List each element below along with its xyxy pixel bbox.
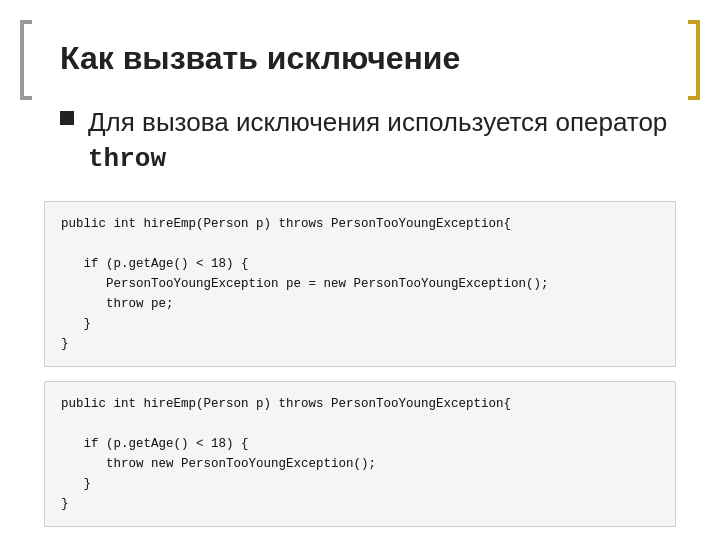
bullet-text-part1: Для вызова исключения используется опера… xyxy=(88,107,667,137)
code-line: if (p.getAge() < 18) { xyxy=(61,434,659,454)
bullet-text: Для вызова исключения используется опера… xyxy=(88,105,680,177)
code-empty-line xyxy=(61,234,659,254)
code-line: } xyxy=(61,494,659,514)
bracket-left-decoration xyxy=(20,20,32,100)
code-block-1: public int hireEmp(Person p) throws Pers… xyxy=(44,201,676,367)
code-line: PersonTooYoungException pe = new PersonT… xyxy=(61,274,659,294)
code-line: public int hireEmp(Person p) throws Pers… xyxy=(61,394,659,414)
code-line: } xyxy=(61,334,659,354)
bullet-icon xyxy=(60,111,74,125)
bullet-item: Для вызова исключения используется опера… xyxy=(60,105,680,177)
bullet-mono-throw: throw xyxy=(88,144,166,174)
code-line: } xyxy=(61,314,659,334)
code-block-2: public int hireEmp(Person p) throws Pers… xyxy=(44,381,676,527)
code-line: if (p.getAge() < 18) { xyxy=(61,254,659,274)
code-line: } xyxy=(61,474,659,494)
code-line: throw pe; xyxy=(61,294,659,314)
bracket-right-decoration xyxy=(688,20,700,100)
code-line: public int hireEmp(Person p) throws Pers… xyxy=(61,214,659,234)
slide: Как вызвать исключение Для вызова исключ… xyxy=(0,0,720,540)
code-empty-line xyxy=(61,414,659,434)
code-line: throw new PersonTooYoungException(); xyxy=(61,454,659,474)
slide-title: Как вызвать исключение xyxy=(60,40,680,77)
